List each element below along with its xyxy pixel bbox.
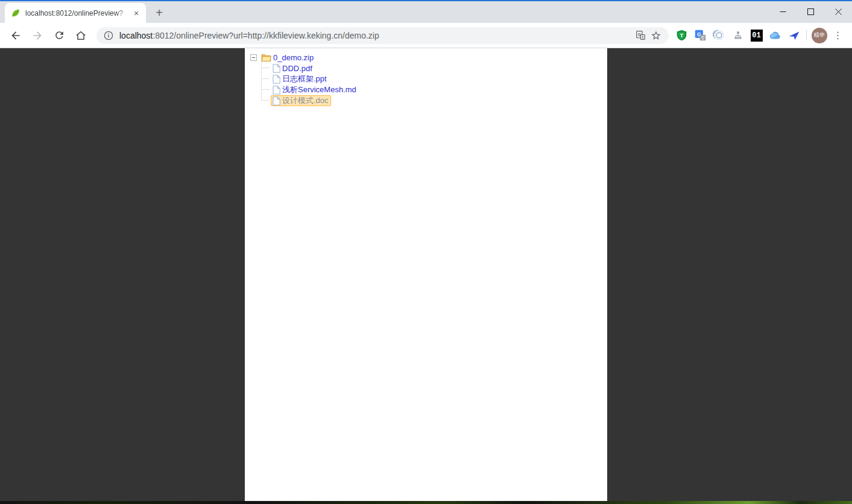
- shield-extension-icon[interactable]: T: [672, 26, 691, 45]
- url-path: :8012/onlinePreview?url=http://kkfilevie…: [153, 31, 379, 40]
- browser-window: localhost:8012/onlinePreview? × +: [0, 0, 852, 504]
- cloud-extension-icon[interactable]: [766, 26, 784, 45]
- file-icon: [273, 64, 280, 73]
- url-host: localhost: [119, 31, 153, 40]
- tab-title: localhost:8012/onlinePreview?: [25, 9, 131, 17]
- tree-root-node[interactable]: 0_demo.zip: [260, 52, 316, 63]
- minimize-button[interactable]: [769, 1, 797, 22]
- tree-file-node[interactable]: 日志框架.ppt: [271, 74, 329, 84]
- tree-root-item: 0_demo.zip DDD.pdf: [250, 52, 607, 106]
- file-label: 日志框架.ppt: [282, 74, 327, 84]
- tree-root-row: 0_demo.zip: [250, 52, 607, 63]
- tree-file-row: 浅析ServiceMesh.md: [261, 84, 607, 95]
- browser-tab[interactable]: localhost:8012/onlinePreview? ×: [5, 3, 146, 23]
- tree-file-node[interactable]: DDD.pdf: [271, 63, 315, 74]
- close-window-button[interactable]: [824, 1, 852, 22]
- address-bar[interactable]: localhost:8012/onlinePreview?url=http://…: [96, 27, 669, 44]
- tree-connector-line: [261, 74, 271, 84]
- tree-children: DDD.pdf 日志框架.ppt 浅析ServiceMesh.md: [261, 63, 607, 106]
- tab-close-icon[interactable]: ×: [131, 8, 141, 18]
- tree-connector-line: [261, 84, 271, 95]
- file-tree: 0_demo.zip DDD.pdf: [245, 48, 607, 106]
- back-button[interactable]: [5, 25, 26, 46]
- home-button[interactable]: [71, 25, 91, 46]
- forward-button[interactable]: [27, 25, 48, 46]
- toolbar-separator: [806, 30, 807, 40]
- binary-01-extension-icon[interactable]: 01: [747, 26, 766, 45]
- reload-button[interactable]: [49, 25, 69, 46]
- bird-extension-icon[interactable]: [784, 26, 803, 45]
- tree-file-row: 设计模式.doc: [261, 95, 607, 106]
- file-icon: [273, 86, 280, 95]
- tree-file-node[interactable]: 浅析ServiceMesh.md: [271, 84, 359, 95]
- svg-text:T: T: [680, 32, 684, 39]
- swirl-circle-extension-icon[interactable]: [710, 26, 728, 45]
- tree-file-node[interactable]: 设计模式.doc: [271, 95, 331, 106]
- tree-connector-line: [261, 63, 271, 74]
- tree-file-row: DDD.pdf: [261, 63, 607, 74]
- extensions-area: T G: [672, 26, 847, 45]
- file-icon: [273, 75, 280, 84]
- collapse-switch-icon[interactable]: [250, 54, 257, 61]
- bookmark-star-icon[interactable]: [648, 28, 664, 43]
- file-icon: [273, 96, 280, 106]
- translate-extension-icon[interactable]: G: [691, 26, 710, 45]
- window-controls: [769, 1, 852, 22]
- file-label: 设计模式.doc: [282, 95, 329, 106]
- open-folder-icon: [261, 53, 271, 62]
- zip-preview-panel: 0_demo.zip DDD.pdf: [245, 48, 607, 501]
- tree-file-row: 日志框架.ppt: [261, 74, 607, 84]
- translate-page-icon[interactable]: G: [633, 28, 648, 43]
- root-folder-label: 0_demo.zip: [273, 53, 314, 62]
- browser-toolbar: localhost:8012/onlinePreview?url=http://…: [0, 23, 852, 48]
- spring-leaf-favicon: [11, 8, 21, 18]
- file-label: 浅析ServiceMesh.md: [282, 84, 356, 95]
- maximize-button[interactable]: [797, 1, 824, 22]
- menu-dots-icon: ⋮: [833, 33, 843, 37]
- sitemap-extension-icon[interactable]: [728, 26, 747, 45]
- titlebar[interactable]: localhost:8012/onlinePreview? × +: [0, 1, 852, 23]
- binary-01-label: 01: [751, 30, 763, 42]
- tree-connector-line: [261, 95, 271, 106]
- browser-menu-button[interactable]: ⋮: [828, 26, 847, 45]
- page-info-icon[interactable]: [104, 31, 113, 40]
- page-content: 0_demo.zip DDD.pdf: [0, 48, 852, 501]
- desktop-edge-strip: [0, 501, 852, 504]
- new-tab-button[interactable]: +: [151, 4, 168, 21]
- file-label: DDD.pdf: [282, 64, 312, 73]
- avatar-label: 精华: [812, 28, 827, 43]
- url-text[interactable]: localhost:8012/onlinePreview?url=http://…: [119, 31, 633, 40]
- profile-avatar[interactable]: 精华: [810, 26, 828, 45]
